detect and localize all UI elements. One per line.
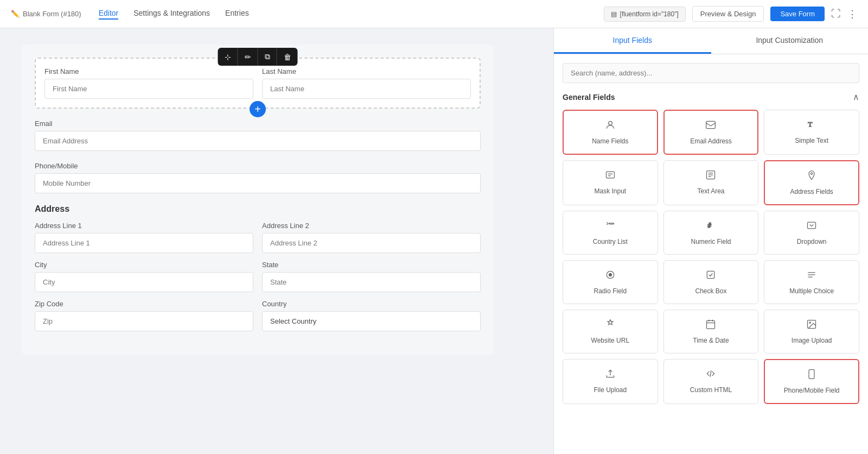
more-options-icon[interactable]: ⋮ [847,8,857,20]
edit-btn[interactable]: ✏ [238,48,258,66]
field-card-country-list[interactable]: Country List [563,211,658,255]
tab-editor[interactable]: Editor [99,9,119,20]
tab-settings[interactable]: Settings & Integrations [133,9,210,20]
duplicate-btn[interactable]: ⧉ [258,48,277,66]
field-card-file-upload[interactable]: File Upload [563,359,658,404]
custom-html-label: Custom HTML [690,386,732,394]
field-card-address-fields[interactable]: Address Fields [764,160,859,205]
svg-rect-11 [609,223,614,224]
email-address-icon [705,119,716,133]
mask-input-icon [605,169,616,183]
field-card-multiple-choice[interactable]: Multiple Choice [764,260,859,304]
check-box-label: Check Box [695,287,726,295]
nav-left: ✏️ Blank Form (#180) Editor Settings & I… [11,9,249,20]
phone-input[interactable] [35,173,481,193]
collapse-icon[interactable]: ∧ [853,92,859,102]
address-line1-input[interactable] [35,233,253,253]
radio-field-icon [605,269,616,283]
field-card-custom-html[interactable]: Custom HTML [663,359,759,404]
svg-rect-16 [707,271,714,278]
text-area-icon [705,169,716,183]
last-name-input[interactable] [262,79,471,99]
address-fields-icon [806,170,817,184]
field-card-dropdown[interactable]: Dropdown [764,211,859,255]
nav-tabs: Editor Settings & Integrations Entries [99,9,249,20]
phone-mobile-field-icon [806,369,817,382]
expand-icon[interactable]: ⛶ [831,8,841,20]
mask-input-label: Mask Input [594,187,626,195]
panel-tabs: Input Fields Input Customization [554,28,868,54]
general-fields-header: General Fields ∧ [563,92,859,102]
check-box-icon [705,269,716,283]
floating-toolbar: ⊹ ✏ ⧉ 🗑 [218,48,298,66]
move-btn[interactable]: ⊹ [218,48,238,66]
website-url-icon [605,319,616,332]
website-url-label: Website URL [591,337,629,344]
brand-label: Blank Form (#180) [23,10,81,18]
tab-input-customization[interactable]: Input Customization [711,28,869,54]
add-field-button[interactable]: + [250,101,266,117]
time-date-icon [705,319,716,332]
field-card-email-address[interactable]: Email Address [663,110,759,155]
tab-input-fields[interactable]: Input Fields [554,28,711,54]
form-canvas: ⊹ ✏ ⧉ 🗑 First Name Last Name + [0,28,553,454]
zip-input[interactable] [35,311,253,331]
pencil-icon: ✏️ [11,10,20,18]
field-grid: Name FieldsEmail AddressTSimple TextMask… [563,110,859,404]
state-label: State [262,261,481,269]
image-upload-label: Image Upload [792,337,832,344]
email-address-label: Email Address [690,137,732,145]
email-label: Email [35,119,481,128]
address-line2-input[interactable] [262,233,481,253]
field-card-check-box[interactable]: Check Box [663,260,759,304]
first-name-col: First Name [44,67,253,99]
custom-html-icon [705,368,716,382]
dropdown-label: Dropdown [797,238,827,245]
shortcode-label: [fluentform id="180"] [620,10,679,18]
radio-field-label: Radio Field [593,287,627,295]
field-card-name-fields[interactable]: Name Fields [563,110,658,155]
country-list-label: Country List [593,238,628,245]
city-input[interactable] [35,272,253,292]
svg-point-0 [608,121,612,125]
field-card-numeric-field[interactable]: #Numeric Field [663,211,759,255]
name-fields-icon [605,119,616,133]
field-card-time-date[interactable]: Time & Date [663,310,759,354]
city-state-row: City State [35,261,481,292]
svg-point-10 [810,173,812,174]
state-input[interactable] [262,272,481,292]
field-card-image-upload[interactable]: Image Upload [764,310,859,354]
tab-entries[interactable]: Entries [225,9,249,20]
preview-button[interactable]: Preview & Design [692,6,764,22]
first-name-input[interactable] [44,79,253,99]
address-fields-label: Address Fields [790,188,833,196]
field-card-website-url[interactable]: Website URL [563,310,658,354]
email-input[interactable] [35,131,481,151]
field-card-mask-input[interactable]: Mask Input [563,160,658,205]
field-card-simple-text[interactable]: TSimple Text [764,110,859,155]
field-search-input[interactable] [563,63,859,83]
save-button[interactable]: Save Form [770,7,825,21]
image-upload-icon [806,319,817,332]
country-select[interactable]: Select Country [262,311,481,331]
svg-line-26 [711,370,712,377]
country-col: Country Select Country [262,300,481,331]
general-fields-title: General Fields [563,93,615,102]
dropdown-icon [806,220,817,234]
field-card-radio-field[interactable]: Radio Field [563,260,658,304]
delete-btn[interactable]: 🗑 [277,48,298,66]
multiple-choice-label: Multiple Choice [789,287,834,295]
field-card-text-area[interactable]: Text Area [663,160,759,205]
last-name-col: Last Name [262,67,471,99]
zip-label: Zip Code [35,300,253,308]
name-fields-label: Name Fields [592,137,628,145]
address-line1-label: Address Line 1 [35,222,253,230]
phone-label: Phone/Mobile [35,162,481,170]
address-section: Address Address Line 1 Address Line 2 [35,204,481,331]
svg-rect-13 [808,222,816,229]
name-row: First Name Last Name [44,67,471,99]
phone-section: Phone/Mobile [35,162,481,193]
svg-rect-27 [809,370,814,379]
field-card-phone-mobile-field[interactable]: Phone/Mobile Field [764,359,859,404]
shortcode-button[interactable]: ▤ [fluentform id="180"] [604,7,686,22]
